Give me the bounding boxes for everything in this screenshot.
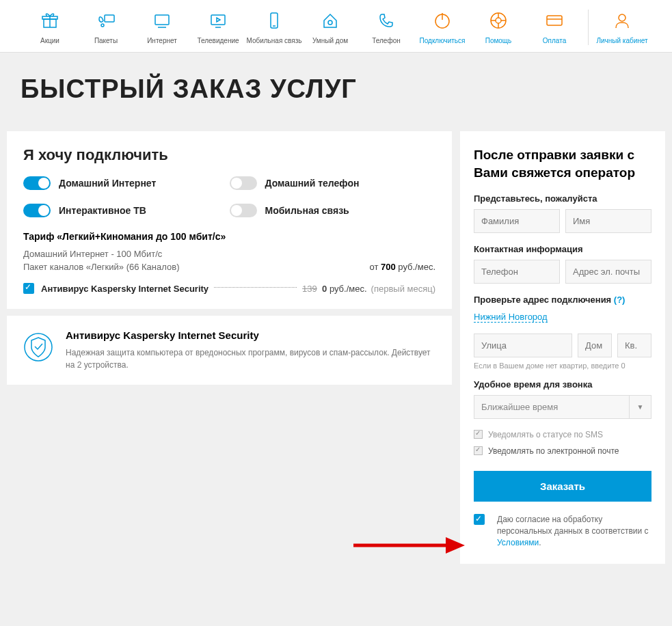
nav-internet-label: Интернет — [147, 37, 177, 45]
nav-mobile[interactable]: Мобильная связь — [246, 10, 302, 45]
form-heading: После отправки заявки с Вами свяжется оп… — [474, 146, 651, 181]
phone-input[interactable] — [474, 260, 560, 284]
svg-rect-5 — [155, 15, 169, 25]
chevron-down-icon: ▼ — [629, 396, 651, 418]
toggle-switch-3[interactable] — [230, 204, 257, 217]
addon-name: Антивирус Kaspersky Internet Security — [41, 284, 209, 294]
nav-payment[interactable]: Оплата — [526, 10, 582, 45]
nav-tv[interactable]: Телевидение — [190, 10, 246, 45]
tariff-internet: Домашний Интернет - 100 Мбит/с — [23, 249, 162, 259]
info-text: Антивирус Kaspersky Internet Security На… — [66, 329, 435, 371]
svg-rect-21 — [547, 16, 562, 25]
consent-row: Даю согласие на обработку персональных д… — [474, 514, 651, 548]
svg-point-23 — [619, 14, 626, 21]
nav-help[interactable]: Помощь — [470, 10, 526, 45]
house-input[interactable] — [578, 334, 612, 357]
nav-phone[interactable]: Телефон — [358, 10, 414, 45]
address-label: Проверьте адрес подключения (?) — [474, 295, 651, 305]
addon-note: (первый месяц) — [371, 284, 435, 294]
address-row — [474, 334, 651, 357]
email-checkbox[interactable] — [474, 446, 483, 455]
toggle-switch-1[interactable] — [230, 176, 257, 190]
toggle-item-1: Домашний телефон — [230, 176, 436, 190]
nav-promo-icon — [40, 10, 59, 31]
order-form-panel: После отправки заявки с Вами свяжется оп… — [460, 131, 665, 564]
street-input[interactable] — [474, 334, 572, 357]
email-input[interactable] — [565, 260, 651, 284]
svg-point-16 — [496, 18, 501, 23]
nav-account-label: Личный кабинет — [596, 37, 647, 45]
apt-input[interactable] — [617, 334, 651, 357]
services-panel: Я хочу подключить Домашний ИнтернетДомаш… — [7, 131, 452, 309]
sms-label: Уведомлять о статусе по SMS — [488, 430, 603, 439]
nav-mobile-label: Мобильная связь — [246, 37, 301, 45]
antivirus-info-panel: Антивирус Kaspersky Internet Security На… — [7, 316, 452, 385]
tariff-name: Тариф «Легкий+Киномания до 100 мбит/с» — [23, 231, 435, 242]
nav-help-icon — [489, 10, 508, 31]
nav-packages-label: Пакеты — [94, 37, 118, 45]
lastname-input[interactable] — [474, 209, 560, 233]
tariff-line-2: Пакет каналов «Легкий» (66 Каналов) от 7… — [23, 262, 435, 272]
order-button[interactable]: Заказать — [474, 471, 651, 502]
contact-label: Контактная информация — [474, 244, 651, 254]
svg-rect-7 — [211, 15, 225, 25]
addon-row: Антивирус Kaspersky Internet Security 13… — [23, 283, 435, 294]
nav-payment-label: Оплата — [543, 37, 566, 45]
svg-point-4 — [101, 24, 104, 27]
nav-packages-icon — [96, 10, 116, 31]
svg-point-12 — [328, 21, 332, 25]
sms-notify-row: Уведомлять о статусе по SMS — [474, 430, 651, 439]
nav-phone-icon — [377, 10, 396, 31]
time-select-value: Ближайшее время — [474, 396, 629, 418]
nav-smarthome[interactable]: Умный дом — [302, 10, 358, 45]
nav-connect-label: Подключиться — [420, 37, 466, 45]
toggle-item-2: Интерактивное ТВ — [23, 204, 230, 217]
nav-promo[interactable]: Акции — [22, 10, 78, 45]
apt-hint: Если в Вашем доме нет квартир, введите 0 — [474, 362, 651, 370]
email-notify-label: Уведомлять по электронной почте — [488, 446, 619, 456]
addon-checkbox[interactable] — [23, 283, 34, 294]
toggle-container: Домашний ИнтернетДомашний телефонИнтерак… — [23, 176, 435, 217]
toggle-label-1: Домашний телефон — [265, 178, 360, 189]
toggle-label-3: Мобильная связь — [265, 205, 349, 216]
nav-smarthome-label: Умный дом — [312, 37, 348, 45]
tariff-channels: Пакет каналов «Легкий» (66 Каналов) — [23, 262, 179, 272]
nav-packages[interactable]: Пакеты — [78, 10, 134, 45]
nav-account[interactable]: Личный кабинет — [594, 10, 650, 45]
shield-icon — [23, 329, 53, 371]
time-select[interactable]: Ближайшее время ▼ — [474, 395, 651, 419]
toggle-switch-2[interactable] — [23, 204, 51, 217]
content-area: Я хочу подключить Домашний ИнтернетДомаш… — [0, 131, 672, 577]
nav-connect[interactable]: Подключиться — [414, 10, 470, 45]
want-title: Я хочу подключить — [23, 146, 435, 164]
nav-tv-icon — [209, 10, 228, 31]
info-title: Антивирус Kaspersky Internet Security — [66, 329, 435, 341]
nav-promo-label: Акции — [40, 37, 59, 45]
dots-separator — [214, 287, 297, 288]
right-column: После отправки заявки с Вами свяжется оп… — [460, 131, 665, 564]
toggle-switch-0[interactable] — [23, 176, 51, 190]
left-column: Я хочу подключить Домашний ИнтернетДомаш… — [7, 131, 452, 564]
tariff-price: от 700 руб./мес. — [369, 262, 435, 272]
nav-help-label: Помощь — [485, 37, 512, 45]
toggle-item-3: Мобильная связь — [230, 204, 436, 217]
nav-phone-label: Телефон — [372, 37, 400, 45]
consent-checkbox[interactable] — [474, 514, 485, 525]
nav-payment-icon — [545, 10, 564, 31]
nav-connect-icon — [433, 10, 452, 31]
nav-mobile-icon — [265, 10, 284, 31]
firstname-input[interactable] — [565, 209, 651, 233]
info-desc: Надежная защита компьютера от вредоносны… — [66, 346, 435, 371]
consent-text: Даю согласие на обработку персональных д… — [497, 514, 651, 548]
nav-internet[interactable]: Интернет — [134, 10, 190, 45]
nav-account-icon — [613, 10, 632, 31]
svg-marker-8 — [217, 18, 220, 22]
city-link[interactable]: Нижний Новгород — [474, 312, 548, 323]
addon-price: 139 0 руб./мес. — [302, 284, 366, 294]
nav-smarthome-icon — [321, 10, 340, 31]
intro-label: Представьтесь, пожалуйста — [474, 193, 651, 204]
contact-row — [474, 260, 651, 284]
help-icon[interactable]: (?) — [614, 295, 626, 305]
consent-link[interactable]: Условиями — [497, 538, 539, 547]
sms-checkbox[interactable] — [474, 430, 483, 439]
